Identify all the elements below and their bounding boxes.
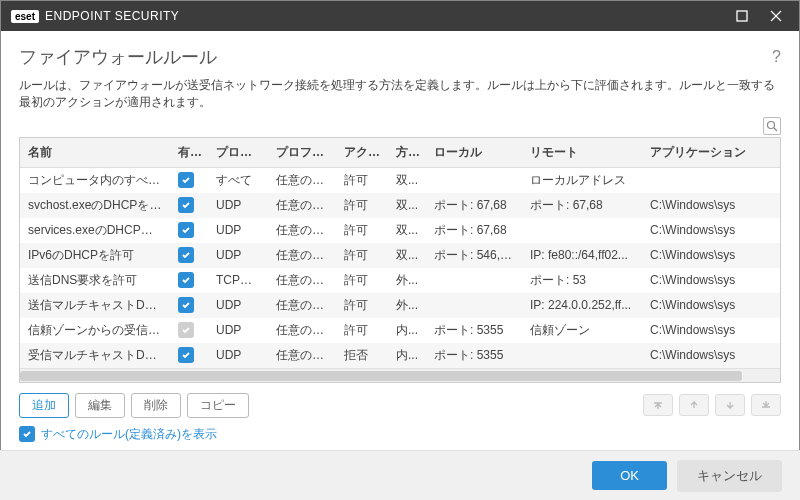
checkbox-icon[interactable] xyxy=(178,172,194,188)
checkbox-icon[interactable] xyxy=(178,222,194,238)
move-bottom-button xyxy=(751,394,781,416)
move-down-button xyxy=(715,394,745,416)
cell-name: 受信マルチキャストDNS要求を... xyxy=(20,343,170,368)
checkbox-icon[interactable] xyxy=(178,322,194,338)
cell-profile: 任意のプロ... xyxy=(268,218,336,243)
cell-enabled[interactable] xyxy=(170,343,208,368)
cell-action: 許可 xyxy=(336,293,388,318)
cell-action: 許可 xyxy=(336,193,388,218)
svg-point-3 xyxy=(768,121,775,128)
table-header-row: 名前 有効 プロトコル プロファイル アクション 方向 ローカル リモート アプ… xyxy=(20,138,780,168)
col-name[interactable]: 名前 xyxy=(20,138,170,168)
cell-enabled[interactable] xyxy=(170,218,208,243)
table-row[interactable]: IPv6のDHCPを許可UDP任意のプロ...許可双...ポート: 546,54… xyxy=(20,243,780,268)
checkbox-icon[interactable] xyxy=(178,297,194,313)
cell-local: ポート: 5355 xyxy=(426,318,522,343)
table-row[interactable]: services.exeのDHCPを許可UDP任意のプロ...許可双...ポート… xyxy=(20,218,780,243)
table-row[interactable]: 受信マルチキャストDNS要求を...UDP任意のプロ...拒否内...ポート: … xyxy=(20,343,780,368)
table-row[interactable]: コンピュータ内のすべてのトラフィッ...すべて任意のプロ...許可双...ローカ… xyxy=(20,167,780,193)
cell-profile: 任意のプロ... xyxy=(268,268,336,293)
cell-profile: 任意のプロ... xyxy=(268,243,336,268)
cell-application: C:\Windows\sys xyxy=(642,218,780,243)
cell-remote xyxy=(522,343,642,368)
cell-local xyxy=(426,167,522,193)
cell-application: C:\Windows\sys xyxy=(642,293,780,318)
cell-local: ポート: 5355 xyxy=(426,343,522,368)
checkbox-icon[interactable] xyxy=(178,247,194,263)
cell-name: 送信マルチキャストDNS要求を... xyxy=(20,293,170,318)
cell-name: 信頼ゾーンからの受信マルチキャ... xyxy=(20,318,170,343)
table-row[interactable]: 信頼ゾーンからの受信マルチキャ...UDP任意のプロ...許可内...ポート: … xyxy=(20,318,780,343)
cell-application: C:\Windows\sys xyxy=(642,318,780,343)
cell-protocol: UDP xyxy=(208,193,268,218)
table-row[interactable]: 送信DNS要求を許可TCPおよ...任意のプロ...許可外...ポート: 53C… xyxy=(20,268,780,293)
cell-remote: 信頼ゾーン xyxy=(522,318,642,343)
search-button[interactable] xyxy=(763,117,781,135)
checkbox-icon[interactable] xyxy=(178,197,194,213)
page-title: ファイアウォールルール xyxy=(19,45,772,69)
help-icon[interactable]: ? xyxy=(772,48,781,66)
horizontal-scrollbar[interactable] xyxy=(20,368,780,382)
col-enabled[interactable]: 有効 xyxy=(170,138,208,168)
cell-application xyxy=(642,167,780,193)
table-row[interactable]: 送信マルチキャストDNS要求を...UDP任意のプロ...許可外...IP: 2… xyxy=(20,293,780,318)
cell-local: ポート: 67,68 xyxy=(426,218,522,243)
cell-remote: ローカルアドレス xyxy=(522,167,642,193)
cell-action: 許可 xyxy=(336,218,388,243)
checkbox-icon[interactable] xyxy=(178,272,194,288)
cell-profile: 任意のプロ... xyxy=(268,343,336,368)
cell-remote xyxy=(522,218,642,243)
cell-remote: IP: 224.0.0.252,ff... xyxy=(522,293,642,318)
cell-enabled[interactable] xyxy=(170,268,208,293)
cell-name: svchost.exeのDHCPを許可 xyxy=(20,193,170,218)
cell-name: IPv6のDHCPを許可 xyxy=(20,243,170,268)
cell-protocol: すべて xyxy=(208,167,268,193)
show-all-checkbox[interactable] xyxy=(19,426,35,442)
cell-direction: 双... xyxy=(388,218,426,243)
cell-enabled[interactable] xyxy=(170,167,208,193)
cell-protocol: UDP xyxy=(208,343,268,368)
cell-protocol: UDP xyxy=(208,293,268,318)
move-up-button xyxy=(679,394,709,416)
cell-direction: 双... xyxy=(388,167,426,193)
col-profile[interactable]: プロファイル xyxy=(268,138,336,168)
cell-profile: 任意のプロ... xyxy=(268,193,336,218)
minimize-button[interactable] xyxy=(725,1,759,31)
cell-protocol: UDP xyxy=(208,218,268,243)
cell-protocol: UDP xyxy=(208,243,268,268)
cell-application: C:\Windows\sys xyxy=(642,243,780,268)
cell-remote: IP: fe80::/64,ff02... xyxy=(522,243,642,268)
show-all-label[interactable]: すべてのルール(定義済み)を表示 xyxy=(41,426,217,443)
cell-action: 拒否 xyxy=(336,343,388,368)
ok-button[interactable]: OK xyxy=(592,461,667,490)
cell-enabled[interactable] xyxy=(170,193,208,218)
copy-button: コピー xyxy=(187,393,249,418)
titlebar: eset ENDPOINT SECURITY xyxy=(1,1,799,31)
cell-action: 許可 xyxy=(336,318,388,343)
rules-table: 名前 有効 プロトコル プロファイル アクション 方向 ローカル リモート アプ… xyxy=(19,137,781,383)
svg-rect-0 xyxy=(737,11,747,21)
cell-direction: 外... xyxy=(388,293,426,318)
col-remote[interactable]: リモート xyxy=(522,138,642,168)
cell-profile: 任意のプロ... xyxy=(268,293,336,318)
add-button[interactable]: 追加 xyxy=(19,393,69,418)
cell-enabled[interactable] xyxy=(170,318,208,343)
cell-application: C:\Windows\sys xyxy=(642,343,780,368)
col-direction[interactable]: 方向 xyxy=(388,138,426,168)
cancel-button[interactable]: キャンセル xyxy=(677,460,782,492)
svg-line-4 xyxy=(774,128,777,131)
col-local[interactable]: ローカル xyxy=(426,138,522,168)
dialog-footer: OK キャンセル xyxy=(0,450,800,500)
col-protocol[interactable]: プロトコル xyxy=(208,138,268,168)
cell-action: 許可 xyxy=(336,243,388,268)
col-action[interactable]: アクション xyxy=(336,138,388,168)
table-row[interactable]: svchost.exeのDHCPを許可UDP任意のプロ...許可双...ポート:… xyxy=(20,193,780,218)
cell-enabled[interactable] xyxy=(170,243,208,268)
cell-enabled[interactable] xyxy=(170,293,208,318)
checkbox-icon[interactable] xyxy=(178,347,194,363)
cell-direction: 内... xyxy=(388,318,426,343)
col-application[interactable]: アプリケーション xyxy=(642,138,780,168)
page-description: ルールは、ファイアウォールが送受信ネットワーク接続を処理する方法を定義します。ル… xyxy=(19,77,781,111)
cell-name: コンピュータ内のすべてのトラフィッ... xyxy=(20,167,170,193)
close-button[interactable] xyxy=(759,1,793,31)
